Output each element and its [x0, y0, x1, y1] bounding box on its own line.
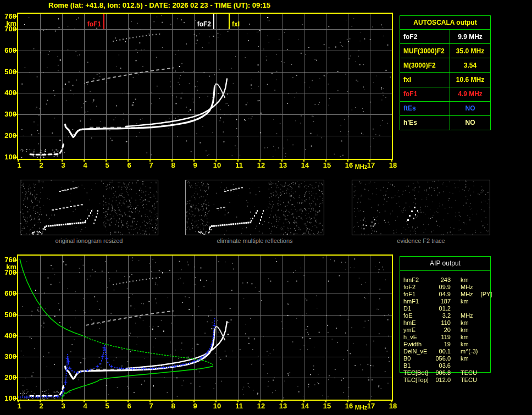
aip-row-foF1: foF104.9MHz[PY] [400, 290, 491, 297]
aip-row-unit: km [461, 319, 469, 326]
aip-row-unit: MHz [461, 291, 473, 297]
aip-row-label: D1 [400, 305, 435, 312]
aip-row-value: 056.0 [435, 355, 451, 362]
aip-row-value: 012.0 [435, 377, 451, 383]
aip-row-label: TEC[Bot] [400, 369, 435, 376]
aip-row-TEC[Top]: TEC[Top]012.0TECU [400, 376, 491, 383]
aip-row-label: hmE [400, 319, 435, 326]
aip-row-label: foE [400, 312, 435, 319]
aip-table-title: AIP output [400, 256, 491, 271]
bottom-ionogram-plot-with-profile [0, 248, 404, 415]
aip-row-hmF1: hmF1187km [400, 297, 491, 305]
aip-row-label: foF1 [400, 291, 435, 297]
thumbnail-caption-eliminate: eliminate multiple reflections [185, 237, 324, 245]
aip-row-value: 19 [435, 341, 451, 347]
thumbnail-eliminate-canvas [186, 180, 324, 235]
autoscala-row-value: NO [450, 102, 490, 115]
aip-row-label: hmF1 [400, 298, 435, 305]
aip-row-label: Ewidth [400, 341, 435, 347]
aip-row-label: TEC[Top] [400, 377, 435, 383]
aip-row-value: 3.2 [435, 312, 451, 319]
aip-row-D1: D101.2 [400, 305, 491, 312]
autoscala-row-fxI: fxI10.6 MHz [400, 72, 490, 86]
aip-row-Ewidth: Ewidth19km [400, 340, 491, 347]
aip-row-unit: km [461, 355, 469, 362]
aip-row-hmE: hmE110km [400, 319, 491, 326]
aip-row-B0: B0056.0km [400, 355, 491, 362]
aip-row-value: 119 [435, 334, 451, 340]
autoscala-row-h'Es: h'EsNO [400, 115, 490, 130]
aip-row-B1: B103.6 [400, 362, 491, 369]
aip-row-label: hmF2 [400, 276, 435, 283]
aip-row-foE: foE3.2MHz [400, 312, 491, 319]
aip-row-unit: km [461, 276, 469, 283]
thumbnail-evidence-f2 [352, 180, 490, 235]
aip-row-label: B1 [400, 362, 435, 369]
autoscala-row-value: 35.0 MHz [450, 44, 490, 58]
aip-row-unit: m^(-3) [461, 348, 478, 355]
autoscala-row-foF1: foF14.9 MHz [400, 87, 490, 101]
aip-row-label: ymE [400, 327, 435, 333]
autoscala-row-foF2: foF29.9 MHz [400, 30, 490, 43]
aip-row-label: foF2 [400, 284, 435, 290]
autoscala-row-label: ftEs [400, 102, 450, 115]
aip-row-label: B0 [400, 355, 435, 362]
aip-row-foF2: foF209.9MHz [400, 283, 491, 290]
aip-row-value: 04.9 [435, 291, 451, 297]
aip-row-value: 187 [435, 298, 451, 305]
aip-row-label: h_vE [400, 334, 435, 340]
autoscala-screen: Rome (lat: +41.8, lon: 012.5) - DATE: 20… [0, 0, 532, 415]
autoscala-row-label: foF2 [400, 30, 450, 43]
autoscala-output-table: AUTOSCALA output foF29.9 MHzMUF(3000)F23… [400, 15, 491, 130]
autoscala-row-value: 9.9 MHz [450, 30, 490, 43]
thumbnail-evidence-canvas [352, 180, 490, 235]
top-ionogram-plot [0, 8, 404, 173]
autoscala-table-rows: foF29.9 MHzMUF(3000)F235.0 MHzM(3000)F23… [400, 30, 490, 130]
aip-row-value: 09.9 [435, 284, 451, 290]
aip-row-unit: MHz [461, 312, 473, 319]
autoscala-row-MUF(3000)F2: MUF(3000)F235.0 MHz [400, 43, 490, 58]
aip-row-DelN_vE: DelN_vE00.1m^(-3) [400, 347, 491, 355]
autoscala-row-value: 3.54 [450, 58, 490, 72]
aip-row-h_vE: h_vE119km [400, 333, 491, 340]
aip-row-ymE: ymE20km [400, 326, 491, 333]
aip-row-value: 00.1 [435, 348, 451, 355]
autoscala-row-label: foF1 [400, 87, 450, 101]
aip-row-value: 03.6 [435, 362, 451, 369]
aip-table-rows: hmF2243kmfoF209.9MHzfoF104.9MHz[PY]hmF11… [400, 276, 491, 383]
aip-row-unit: km [461, 298, 469, 305]
autoscala-row-label: MUF(3000)F2 [400, 44, 450, 58]
aip-row-label: DelN_vE [400, 348, 435, 355]
aip-row-unit: TECU [461, 377, 477, 383]
autoscala-row-M(3000)F2: M(3000)F23.54 [400, 58, 490, 72]
aip-row-unit: TECU [461, 369, 477, 376]
thumbnail-caption-original: original ionogram resized [20, 237, 158, 245]
thumbnail-caption-evidence: evidence F2 trace [352, 237, 490, 245]
aip-row-unit: km [461, 334, 469, 340]
aip-row-value: 01.2 [435, 305, 451, 312]
aip-row-extra: [PY] [481, 291, 492, 297]
aip-row-value: 006.8 [435, 369, 451, 376]
aip-row-TEC[Bot]: TEC[Bot]006.8TECU [400, 369, 491, 376]
thumbnail-eliminate-reflections [185, 180, 324, 235]
aip-output-table: AIP output hmF2243kmfoF209.9MHzfoF104.9M… [400, 256, 491, 385]
autoscala-row-value: 10.6 MHz [450, 73, 490, 86]
autoscala-table-title: AUTOSCALA output [400, 16, 490, 30]
thumbnail-original-ionogram [20, 180, 158, 235]
autoscala-row-label: M(3000)F2 [400, 58, 450, 72]
aip-row-unit: MHz [461, 284, 473, 290]
autoscala-row-value: 4.9 MHz [450, 87, 490, 101]
autoscala-row-value: NO [450, 116, 490, 130]
autoscala-row-ftEs: ftEsNO [400, 101, 490, 115]
autoscala-row-label: h'Es [400, 116, 450, 130]
aip-row-value: 110 [435, 319, 451, 326]
aip-row-hmF2: hmF2243km [400, 276, 491, 283]
aip-row-value: 20 [435, 327, 451, 333]
aip-row-unit: km [461, 327, 469, 333]
thumbnail-original-canvas [20, 180, 158, 235]
aip-row-value: 243 [435, 276, 451, 283]
aip-row-unit: km [461, 341, 469, 347]
autoscala-row-label: fxI [400, 73, 450, 86]
